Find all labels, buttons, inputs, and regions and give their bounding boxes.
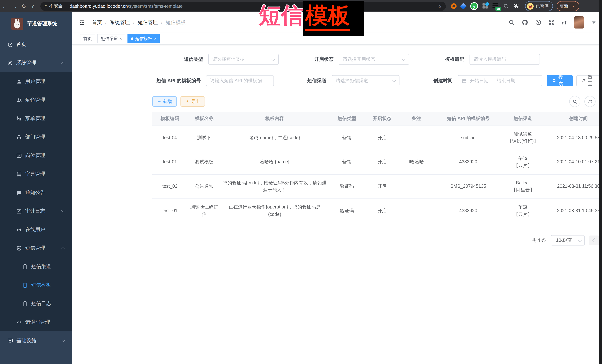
sidebar-item-infrastructure[interactable]: 基础设施 bbox=[0, 332, 72, 350]
user-avatar[interactable] bbox=[574, 16, 584, 29]
profile-chip[interactable]: 已暂停 bbox=[525, 1, 553, 11]
avatar-caret-icon[interactable] bbox=[592, 21, 595, 23]
insecure-warning-icon: ⚠ bbox=[44, 4, 48, 9]
tab-sms-template[interactable]: 短信模板 × bbox=[128, 34, 160, 43]
bookmark-star-icon[interactable]: ☆ bbox=[438, 3, 442, 9]
extensions-puzzle-icon[interactable] bbox=[513, 3, 519, 9]
sidebar-item-label: 短信管理 bbox=[25, 245, 45, 251]
home-icon[interactable]: ⌂ bbox=[29, 3, 39, 9]
end-date-placeholder: 结束日期 bbox=[497, 78, 515, 84]
ext-search-icon[interactable] bbox=[503, 3, 509, 9]
plus-icon bbox=[157, 99, 161, 104]
sidebar-item-sms-channel[interactable]: 短信渠道 bbox=[0, 257, 72, 276]
active-dot bbox=[131, 37, 133, 40]
sms-channel-select[interactable]: 请选择短信渠道 bbox=[332, 75, 399, 86]
status-select[interactable]: 请选择开启状态 bbox=[339, 54, 409, 65]
chevron-up-icon bbox=[61, 247, 65, 251]
url-bar[interactable]: ⚠ 不安全 dashboard.yudao.iocoder.cn/system/… bbox=[40, 2, 446, 10]
prev-page-button[interactable] bbox=[589, 236, 599, 245]
sidebar-item-sms-template[interactable]: 短信模板 bbox=[0, 276, 72, 294]
breadcrumb-separator: / bbox=[133, 20, 135, 25]
sidebar-item-sms-mgmt[interactable]: 短信管理 bbox=[0, 239, 72, 257]
kebab-menu-icon[interactable]: ⋮ bbox=[571, 3, 576, 9]
table-header: 模板编码 模板名称 模板内容 短信类型 开启状态 备注 短信 API 的模板编号… bbox=[152, 112, 602, 126]
ext-y-icon[interactable]: y bbox=[470, 2, 478, 10]
sidebar-item-user-mgmt[interactable]: 用户管理 bbox=[0, 72, 72, 91]
breadcrumb-item-sms[interactable]: 短信管理 bbox=[138, 19, 158, 26]
sidebar-item-online-users[interactable]: 在线用户 bbox=[0, 220, 72, 239]
tab-home[interactable]: 首页 bbox=[80, 34, 95, 43]
page-size-select[interactable]: 10条/页 bbox=[550, 235, 585, 246]
sidebar-item-label: 系统管理 bbox=[16, 60, 36, 66]
breadcrumb-item-home[interactable]: 首页 bbox=[92, 19, 102, 26]
ext-donut-icon[interactable] bbox=[451, 3, 457, 9]
table-row: test_01 测试验证码短信 正在进行登录操作{operation}，您的验证… bbox=[152, 199, 602, 223]
sidebar-item-home[interactable]: 首页 bbox=[0, 35, 72, 54]
cell-template-code: test-04 bbox=[152, 129, 187, 146]
sidebar-item-role-mgmt[interactable]: 角色管理 bbox=[0, 91, 72, 109]
add-button[interactable]: 新增 bbox=[152, 96, 177, 107]
url-host: dashboard.yudao.iocoder.cn bbox=[70, 3, 128, 9]
breadcrumb-item-system[interactable]: 系统管理 bbox=[110, 19, 130, 26]
extension-icons: y on bbox=[451, 2, 519, 10]
select-placeholder: 请选择开启状态 bbox=[343, 56, 375, 62]
sidebar-item-dict-mgmt[interactable]: 字典管理 bbox=[0, 165, 72, 183]
code-icon bbox=[16, 319, 22, 325]
col-remark: 备注 bbox=[399, 112, 434, 125]
sidebar-item-audit-log[interactable]: 审计日志 bbox=[0, 202, 72, 220]
badge-icon bbox=[16, 153, 22, 158]
ext-grid-icon[interactable] bbox=[483, 3, 488, 9]
sidebar-item-notice[interactable]: 通知公告 bbox=[0, 183, 72, 202]
sms-type-select[interactable]: 请选择短信类型 bbox=[208, 54, 279, 65]
help-icon[interactable] bbox=[535, 19, 541, 26]
cell-remark bbox=[399, 133, 434, 143]
date-range-picker[interactable]: 开始日期 - 结束日期 bbox=[458, 75, 542, 86]
chevron-down-icon bbox=[578, 238, 582, 242]
close-icon[interactable]: × bbox=[120, 37, 122, 41]
app-logo[interactable]: 芋道管理系统 bbox=[0, 12, 72, 35]
ext-list-icon[interactable]: on bbox=[493, 3, 499, 9]
template-code-input[interactable] bbox=[470, 54, 540, 65]
chevron-down-icon bbox=[271, 57, 275, 61]
sidebar-item-post-mgmt[interactable]: 岗位管理 bbox=[0, 146, 72, 165]
chevron-down-icon bbox=[61, 208, 65, 213]
refresh-table-button[interactable] bbox=[584, 96, 595, 107]
sidebar-item-sms-log[interactable]: 短信日志 bbox=[0, 294, 72, 313]
cell-template-name: 公告通知 bbox=[187, 178, 221, 195]
sidebar-item-dept-mgmt[interactable]: 部门管理 bbox=[0, 128, 72, 146]
update-button[interactable]: 更新 ⋮ bbox=[556, 1, 579, 11]
breadcrumb-separator: / bbox=[161, 20, 162, 25]
sidebar-item-label: 用户管理 bbox=[25, 78, 45, 85]
api-template-id-input[interactable] bbox=[206, 75, 274, 86]
chevron-down-icon bbox=[61, 338, 65, 342]
search-icon[interactable] bbox=[508, 19, 515, 26]
cell-sms-type: 验证码 bbox=[328, 178, 366, 195]
tab-sms-channel[interactable]: 短信渠道 × bbox=[97, 34, 125, 43]
api-template-id-label: 短信 API 的模板编号 bbox=[149, 77, 206, 84]
comment-icon bbox=[16, 190, 22, 195]
sidebar-item-menu-mgmt[interactable]: 菜单管理 bbox=[0, 109, 72, 128]
window-edge bbox=[599, 0, 602, 364]
github-icon[interactable] bbox=[522, 19, 528, 26]
sidebar-item-label: 短信渠道 bbox=[31, 263, 51, 270]
sidebar-item-label: 在线用户 bbox=[25, 226, 45, 233]
cell-api-template-id: 4383920 bbox=[434, 154, 503, 171]
select-placeholder: 请选择短信类型 bbox=[212, 56, 245, 62]
menu-fold-icon[interactable] bbox=[79, 19, 85, 26]
export-button[interactable]: 导出 bbox=[181, 96, 205, 107]
fullscreen-icon[interactable] bbox=[548, 19, 555, 26]
sidebar-item-error-code[interactable]: 错误码管理 bbox=[0, 313, 72, 332]
hide-search-button[interactable] bbox=[569, 96, 580, 107]
close-icon[interactable]: × bbox=[154, 37, 156, 41]
reset-button[interactable]: 重置 bbox=[576, 75, 602, 86]
font-size-icon[interactable]: тT bbox=[562, 19, 567, 26]
back-icon[interactable]: ← bbox=[0, 3, 10, 9]
cell-sms-type: 营销 bbox=[328, 129, 366, 146]
col-sms-type: 短信类型 bbox=[328, 112, 366, 125]
sidebar-item-system-mgmt[interactable]: 系统管理 bbox=[0, 54, 72, 72]
reload-icon[interactable]: ⟳ bbox=[19, 3, 29, 10]
forward-icon[interactable]: → bbox=[10, 3, 19, 9]
ext-gem-icon[interactable] bbox=[460, 3, 467, 10]
search-button[interactable]: 搜索 bbox=[547, 75, 573, 86]
security-label[interactable]: 不安全 bbox=[49, 3, 63, 9]
